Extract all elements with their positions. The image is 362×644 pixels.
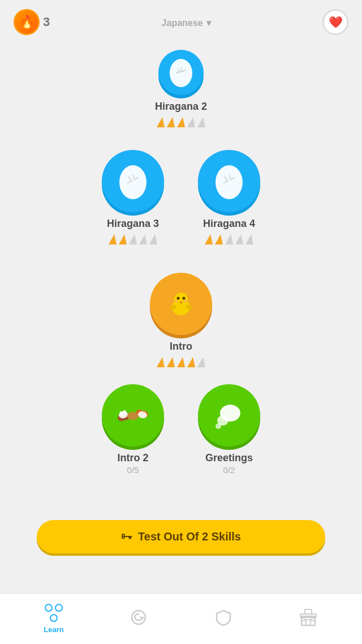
greetings-label: Greetings (205, 452, 253, 464)
handshake-icon (115, 398, 150, 433)
hiragana4-circle (198, 150, 260, 212)
progress-tri-1 (157, 117, 165, 127)
progress-tri-2 (167, 117, 175, 127)
egg-icon-3 (116, 162, 150, 200)
header: 🔥 3 Japanese ▾ ❤️ (0, 0, 362, 44)
intro-greet-row: Intro 2 0/5 Greetings 0/2 (102, 384, 260, 475)
practice-icon (130, 608, 148, 626)
svg-point-0 (170, 59, 192, 87)
learn-icon (45, 604, 63, 622)
bottom-nav: Learn (0, 593, 362, 644)
hiragana2-label: Hiragana 2 (155, 101, 207, 113)
intro-progress (157, 357, 205, 367)
intro2-circle (102, 384, 164, 446)
svg-point-15 (127, 412, 139, 420)
svg-rect-28 (312, 618, 314, 621)
hiragana2-circle (158, 50, 204, 95)
svg-point-6 (176, 297, 179, 299)
svg-point-12 (184, 300, 187, 302)
egg-icon-4 (212, 162, 246, 200)
hiragana3-label: Hiragana 3 (107, 218, 159, 230)
key-icon: 🗝 (121, 530, 132, 543)
hiragana2-progress (157, 117, 205, 127)
nav-item-shop[interactable] (266, 608, 351, 630)
intro2-skill[interactable]: Intro 2 0/5 (102, 384, 164, 475)
svg-point-22 (216, 423, 221, 429)
svg-point-7 (182, 297, 185, 299)
nav-item-practice[interactable] (96, 608, 181, 630)
learn-label: Learn (44, 625, 63, 634)
header-title[interactable]: Japanese ▾ (162, 15, 211, 29)
intro-skill[interactable]: Intro (150, 273, 212, 367)
hiragana3-skill[interactable]: Hiragana 3 (102, 150, 164, 244)
streak-badge[interactable]: 🔥 3 (14, 9, 50, 35)
svg-point-11 (175, 300, 178, 302)
hiragana4-skill[interactable]: Hiragana 4 (198, 150, 260, 244)
egg-icon (166, 56, 196, 89)
svg-point-1 (119, 165, 146, 199)
flame-icon: 🔥 (14, 9, 40, 35)
svg-rect-27 (302, 618, 305, 621)
greetings-skill[interactable]: Greetings 0/2 (198, 384, 260, 475)
main-content: Hiragana 2 Hiragana 3 (0, 44, 362, 593)
hiragana3-circle (102, 150, 164, 212)
hiragana-row: Hiragana 3 Hiragana 4 (102, 150, 260, 244)
progress-tri-4 (187, 117, 195, 127)
chick-icon (163, 286, 200, 323)
heart-badge[interactable]: ❤️ (322, 9, 348, 35)
greetings-sublabel: 0/2 (223, 465, 235, 475)
shield-icon (214, 608, 232, 626)
test-out-button[interactable]: 🗝 Test Out Of 2 Skills (37, 520, 325, 553)
hiragana4-label: Hiragana 4 (203, 218, 255, 230)
shop-icon (299, 608, 317, 626)
intro-label: Intro (170, 341, 192, 353)
svg-point-2 (216, 165, 243, 199)
svg-rect-26 (306, 620, 311, 625)
progress-tri-3 (177, 117, 185, 127)
nav-item-shield[interactable] (181, 608, 266, 630)
intro-circle (150, 273, 212, 335)
hiragana2-skill[interactable]: Hiragana 2 (155, 50, 207, 127)
svg-point-5 (174, 293, 188, 306)
greetings-circle (198, 384, 260, 446)
nav-item-learn[interactable]: Learn (11, 604, 96, 634)
intro2-sublabel: 0/5 (127, 465, 139, 475)
streak-count: 3 (43, 15, 50, 29)
hiragana4-progress (205, 234, 253, 244)
intro2-label: Intro 2 (117, 452, 148, 464)
test-out-label: Test Out Of 2 Skills (138, 530, 241, 543)
hiragana3-progress (109, 234, 157, 244)
speech-icon (212, 398, 247, 433)
progress-tri-5 (197, 117, 205, 127)
